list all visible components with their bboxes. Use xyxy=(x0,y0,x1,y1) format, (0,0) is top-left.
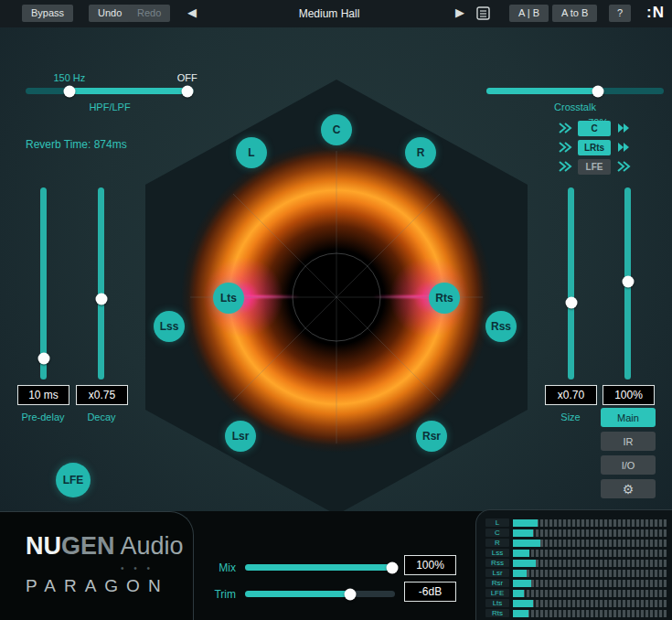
decay-value-box[interactable]: x0.75 xyxy=(76,385,128,405)
mix-value-box[interactable]: 100% xyxy=(404,555,456,575)
preset-prev-icon[interactable]: ◀ xyxy=(187,5,197,19)
brightness-fader-handle[interactable] xyxy=(622,275,634,287)
routing-in-chevron-icon[interactable] xyxy=(558,122,572,134)
trim-value-box[interactable]: -6dB xyxy=(404,582,456,602)
meter-channel-label: Lss xyxy=(485,549,509,557)
mix-handle[interactable] xyxy=(386,561,398,573)
trim-fill xyxy=(245,591,350,597)
crosstalk-handle[interactable] xyxy=(592,85,604,97)
meter-bar xyxy=(513,580,667,587)
output-meters-panel: L C R Lss Rss Lsr xyxy=(475,509,672,620)
meter-bar xyxy=(513,600,667,607)
meter-bar xyxy=(513,560,667,567)
routing-c-button[interactable]: C xyxy=(578,121,611,136)
routing-out-chevron-icon[interactable] xyxy=(616,141,631,154)
routing-in-chevron-icon[interactable] xyxy=(558,141,572,154)
bypass-button[interactable]: Bypass xyxy=(22,5,73,22)
paragon-plugin-window: Bypass Undo Redo ◀ Medium Hall ▶ A | B A… xyxy=(0,0,672,620)
meter-level-fill xyxy=(513,570,527,577)
meter-channel-label: Rsr xyxy=(485,579,509,587)
size-fader[interactable] xyxy=(568,187,574,379)
hpf-lpf-fill xyxy=(69,88,187,94)
preset-list-icon[interactable] xyxy=(476,6,490,24)
help-button[interactable]: ? xyxy=(609,5,631,22)
brightness-fader[interactable] xyxy=(624,187,631,379)
routing-out-chevron-icon[interactable] xyxy=(616,160,631,173)
meter-row: Lsr xyxy=(485,568,667,578)
hpf-handle[interactable] xyxy=(63,85,75,97)
brightness-value-box[interactable]: 100% xyxy=(603,385,655,405)
preset-name[interactable]: Medium Hall xyxy=(247,7,411,20)
meter-channel-label: Rts xyxy=(485,609,509,617)
brand-dots: • • • xyxy=(110,563,165,573)
meter-bar xyxy=(513,529,667,537)
predelay-fader-handle[interactable] xyxy=(37,352,49,364)
a-to-b-button[interactable]: A to B xyxy=(552,5,597,22)
hpf-lpf-values: 150 Hz OFF xyxy=(26,72,194,83)
meter-row: L xyxy=(485,518,667,528)
trim-slider[interactable] xyxy=(245,591,395,597)
reverb-time-readout: Reverb Time: 874ms xyxy=(26,138,127,151)
channel-node-lss[interactable]: Lss xyxy=(154,311,185,342)
trim-label: Trim xyxy=(203,588,236,601)
redo-button[interactable]: Redo xyxy=(128,5,170,22)
lpf-handle[interactable] xyxy=(181,85,193,97)
hpf-value: 150 Hz xyxy=(53,72,85,83)
brand-audio: Audio xyxy=(115,532,184,560)
meter-bar xyxy=(513,540,667,547)
undo-button[interactable]: Undo xyxy=(89,5,131,22)
channel-node-c[interactable]: C xyxy=(321,114,352,145)
size-value-box[interactable]: x0.70 xyxy=(545,385,597,405)
tab-ir[interactable]: IR xyxy=(601,432,656,451)
brand-gen: GEN xyxy=(61,532,115,560)
meter-level-fill xyxy=(513,529,533,537)
mix-slider[interactable] xyxy=(245,564,395,571)
channel-node-rts[interactable]: Rts xyxy=(429,283,460,314)
meter-level-fill xyxy=(513,580,531,587)
decay-fader[interactable] xyxy=(98,187,104,379)
crosstalk-caption: Crosstalk xyxy=(486,102,664,112)
meter-level-fill xyxy=(513,600,533,607)
channel-node-rsr[interactable]: Rsr xyxy=(416,421,447,452)
meter-row: Lss xyxy=(485,548,667,558)
meter-row: C xyxy=(485,528,667,538)
mix-label: Mix xyxy=(203,561,236,574)
mix-fill xyxy=(245,564,392,571)
ab-compare-button[interactable]: A | B xyxy=(509,5,549,22)
predelay-value-box[interactable]: 10 ms xyxy=(17,385,69,405)
channel-node-l[interactable]: L xyxy=(236,137,267,168)
bottom-bar: NUGEN Audio • • • PARAGON Mix 100% Trim … xyxy=(0,511,672,620)
tab-io[interactable]: I/O xyxy=(601,455,656,475)
meter-row: Rsr xyxy=(485,578,667,588)
channel-node-lts[interactable]: Lts xyxy=(213,283,244,314)
meter-row: Lts xyxy=(485,598,667,608)
settings-button[interactable]: ⚙ xyxy=(601,479,656,498)
size-fader-handle[interactable] xyxy=(565,297,577,309)
channel-node-lsr[interactable]: Lsr xyxy=(225,421,256,452)
meter-level-fill xyxy=(513,540,540,547)
routing-out-chevron-icon[interactable] xyxy=(616,122,631,134)
meter-bar xyxy=(513,610,667,617)
branding-panel: NUGEN Audio • • • PARAGON xyxy=(0,511,194,620)
hpf-lpf-slider[interactable] xyxy=(26,88,194,94)
predelay-fader[interactable] xyxy=(40,187,47,379)
meter-level-fill xyxy=(513,560,536,567)
channel-node-lfe[interactable]: LFE xyxy=(56,463,91,497)
meter-row: R xyxy=(485,538,667,548)
decay-fader-handle[interactable] xyxy=(95,293,107,305)
meter-level-fill xyxy=(513,610,528,617)
routing-in-chevron-icon[interactable] xyxy=(558,160,572,173)
nugen-logo-icon: :N xyxy=(646,4,665,22)
meter-level-fill xyxy=(513,590,524,597)
tab-main[interactable]: Main xyxy=(601,408,656,427)
routing-lrts-button[interactable]: LRts xyxy=(578,140,611,155)
preset-next-icon[interactable]: ▶ xyxy=(455,5,464,19)
routing-lfe-button[interactable]: LFE xyxy=(578,159,611,175)
channel-node-rss[interactable]: Rss xyxy=(485,311,517,342)
trim-handle[interactable] xyxy=(344,588,356,600)
channel-node-r[interactable]: R xyxy=(405,137,436,168)
gear-icon: ⚙ xyxy=(623,482,635,497)
crosstalk-value-layer: 70% xyxy=(486,72,664,83)
crosstalk-slider[interactable] xyxy=(486,88,664,94)
meter-bar xyxy=(513,590,667,597)
